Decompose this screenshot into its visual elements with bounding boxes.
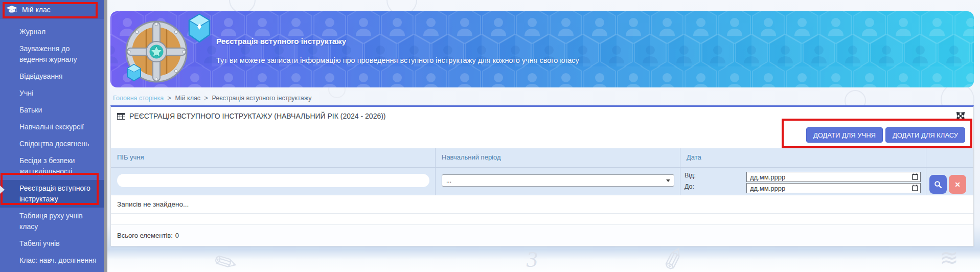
filter-column-student: ПІБ учня [111,148,436,195]
sidebar-menu: Журнал Зауваження до ведення журналу Від… [0,19,104,269]
total-label: Всього елементів: [117,232,173,239]
date-to-field [746,183,921,193]
filter-header-student-name: ПІБ учня [117,153,144,161]
calendar-icon[interactable] [912,185,918,191]
total-count: 0 [175,232,179,239]
filter-header-period: Навчальний період [442,153,501,161]
add-for-class-button[interactable]: ДОДАТИ ДЛЯ КЛАСУ [885,127,965,143]
sidebar-item-journal[interactable]: Журнал [0,24,104,40]
student-name-input[interactable] [117,174,429,187]
banner-text-block: Реєстрація вступного інструктажу Тут ви … [216,11,779,87]
breadcrumb-current-page: Реєстрація вступного інструктажу [212,95,311,102]
panel-title: РЕЄСТРАЦІЯ ВСТУПНОГО ІНСТРУКТАЖУ (НАВЧАЛ… [129,112,386,120]
chevron-down-icon [666,179,670,182]
filter-bar: ПІБ учня Навчальний період ... Дата Від:… [111,148,973,195]
empty-results-text: Записів не знайдено... [117,200,189,208]
sidebar-item-achievement-certificates[interactable]: Свідоцтва досягнень [0,135,104,152]
sidebar-item-journal-remarks[interactable]: Зауваження до ведення журналу [0,40,104,68]
search-button[interactable] [929,175,947,194]
empty-results-row: Записів не знайдено... [111,195,973,214]
table-grid-icon [117,113,125,120]
magnifier-icon [934,180,942,189]
total-row: Всього елементів: 0 [111,225,973,246]
sidebar-header-my-class[interactable]: Мій клас [0,0,104,19]
sidebar-item-attendance[interactable]: Відвідування [0,68,104,85]
period-select[interactable]: ... [442,174,674,187]
banner-subtitle: Тут ви можете записати інформацію про пр… [216,56,579,64]
shield-illustration [118,13,215,87]
sidebar-item-parents[interactable]: Батьки [0,102,104,119]
filter-column-period: Навчальний період ... [436,148,680,195]
filter-column-date: Дата Від: До: [680,148,926,195]
date-from-field [746,172,921,182]
breadcrumb: Головна сторінка > Мій клас > Реєстрація… [113,95,311,102]
banner-title: Реєстрація вступного інструктажу [216,37,346,46]
filter-actions: ✕ [926,148,973,195]
doodle-squiggle: ≋ [940,244,959,270]
crystal-small [127,64,141,81]
spacer-row [111,214,973,225]
add-for-student-button[interactable]: ДОДАТИ ДЛЯ УЧНЯ [806,127,883,143]
period-select-value: ... [446,177,451,184]
calendar-icon[interactable] [912,173,918,180]
expand-icon[interactable] [956,111,965,121]
breadcrumb-separator: > [204,95,208,102]
crystal-large [189,14,210,42]
breadcrumb-home-link[interactable]: Головна сторінка [113,95,164,102]
clear-filter-button[interactable]: ✕ [949,175,966,194]
doodle-number-3: 3 [527,246,538,272]
date-to-input[interactable] [746,183,921,193]
sidebar-item-student-report-cards[interactable]: Табелі учнів [0,235,104,252]
page: ✎ 3 ✐ ≋ Мій клас Журнал Зауваження до ве… [0,0,980,272]
sidebar-item-safety-talks[interactable]: Бесіди з безпеки життєдіяльності [0,152,104,180]
sidebar-divider [104,0,107,272]
sidebar-header-label: Мій клас [22,6,51,14]
sidebar-item-excursions[interactable]: Навчальні екскурсії [0,119,104,135]
panel-title-row: РЕЄСТРАЦІЯ ВСТУПНОГО ІНСТРУКТАЖУ (НАВЧАЛ… [117,112,386,120]
date-from-label: Від: [685,172,696,179]
active-item-marker [0,186,5,194]
sidebar-item-class-movement-table[interactable]: Таблиця руху учнів класу [0,208,104,235]
date-to-label: До: [685,183,694,190]
sidebar: Мій клас Журнал Зауваження до ведення жу… [0,0,104,272]
sidebar-item-students[interactable]: Учні [0,85,104,102]
sidebar-item-intro-briefing-registration[interactable]: Реєстрація вступного інструктажу [0,180,104,208]
x-mark-icon: ✕ [954,180,961,189]
breadcrumb-separator: > [168,95,171,102]
sidebar-item-class-achievements[interactable]: Клас: навч. досягнення [0,252,104,269]
graduation-cap-icon [6,6,17,13]
page-banner: Реєстрація вступного інструктажу Тут ви … [110,11,974,87]
registration-panel: РЕЄСТРАЦІЯ ВСТУПНОГО ІНСТРУКТАЖУ (НАВЧАЛ… [110,105,974,246]
action-buttons: ДОДАТИ ДЛЯ УЧНЯ ДОДАТИ ДЛЯ КЛАСУ [806,127,965,143]
filter-header-date: Дата [687,153,701,161]
breadcrumb-my-class-link[interactable]: Мій клас [175,95,200,102]
doodle-pen: ✎ [209,244,243,272]
date-from-input[interactable] [746,172,921,182]
